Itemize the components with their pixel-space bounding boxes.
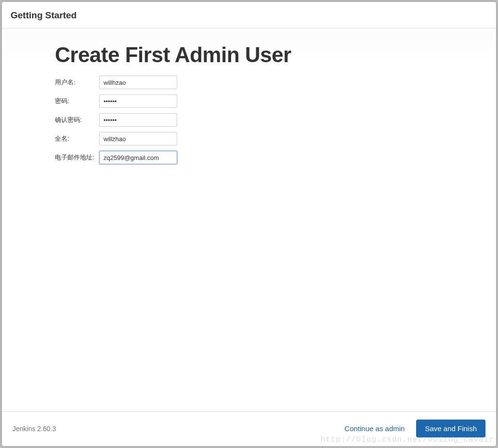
form-row-email: 电子邮件地址: bbox=[55, 151, 443, 164]
confirm-password-field[interactable] bbox=[99, 113, 177, 127]
password-field[interactable] bbox=[99, 94, 177, 108]
form-row-username: 用户名: bbox=[55, 76, 443, 89]
username-field[interactable] bbox=[99, 76, 177, 89]
username-label: 用户名: bbox=[55, 78, 99, 87]
password-label: 密码: bbox=[55, 97, 99, 105]
modal-footer: Jenkins 2.60.3 Continue as admin Save an… bbox=[2, 411, 496, 446]
fullname-field[interactable] bbox=[99, 132, 177, 145]
version-text: Jenkins 2.60.3 bbox=[13, 425, 344, 433]
save-and-finish-button[interactable]: Save and Finish bbox=[416, 420, 485, 437]
modal-header-title: Getting Started bbox=[11, 10, 487, 21]
email-label: 电子邮件地址: bbox=[55, 153, 99, 162]
continue-as-admin-button[interactable]: Continue as admin bbox=[344, 424, 405, 433]
form-row-fullname: 全名: bbox=[55, 132, 443, 145]
email-field[interactable] bbox=[99, 151, 177, 164]
form-row-confirm: 确认密码: bbox=[55, 113, 443, 127]
setup-wizard-modal: Getting Started Create First Admin User … bbox=[2, 2, 496, 446]
modal-content: Create First Admin User 用户名: 密码: 确认密码: 全… bbox=[2, 28, 496, 411]
page-title: Create First Admin User bbox=[55, 43, 443, 67]
confirm-password-label: 确认密码: bbox=[55, 116, 99, 124]
form-row-password: 密码: bbox=[55, 94, 443, 108]
fullname-label: 全名: bbox=[55, 134, 99, 143]
modal-header: Getting Started bbox=[2, 2, 496, 28]
